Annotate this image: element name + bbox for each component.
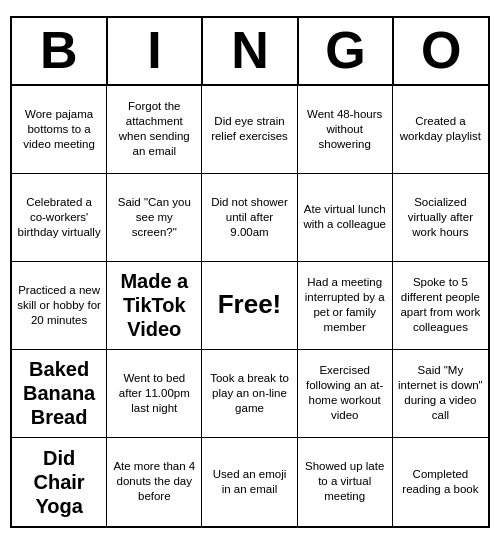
bingo-cell-21[interactable]: Ate more than 4 donuts the day before <box>107 438 202 526</box>
bingo-cell-23[interactable]: Showed up late to a virtual meeting <box>298 438 393 526</box>
header-letter-g: G <box>299 18 395 83</box>
header-letter-n: N <box>203 18 299 83</box>
bingo-cell-6[interactable]: Said "Can you see my screen?" <box>107 174 202 262</box>
bingo-cell-14[interactable]: Spoke to 5 different people apart from w… <box>393 262 488 350</box>
bingo-cell-5[interactable]: Celebrated a co-workers' birthday virtua… <box>12 174 107 262</box>
bingo-cell-24[interactable]: Completed reading a book <box>393 438 488 526</box>
bingo-cell-8[interactable]: Ate virtual lunch with a colleague <box>298 174 393 262</box>
bingo-cell-4[interactable]: Created a workday playlist <box>393 86 488 174</box>
bingo-cell-0[interactable]: Wore pajama bottoms to a video meeting <box>12 86 107 174</box>
bingo-cell-1[interactable]: Forgot the attachment when sending an em… <box>107 86 202 174</box>
header-letter-b: B <box>12 18 108 83</box>
bingo-cell-15[interactable]: Baked Banana Bread <box>12 350 107 438</box>
bingo-cell-20[interactable]: Did Chair Yoga <box>12 438 107 526</box>
bingo-cell-18[interactable]: Exercised following an at-home workout v… <box>298 350 393 438</box>
header-letter-o: O <box>394 18 488 83</box>
bingo-card: BINGO Wore pajama bottoms to a video mee… <box>10 16 490 527</box>
bingo-cell-3[interactable]: Went 48-hours without showering <box>298 86 393 174</box>
bingo-cell-11[interactable]: Made a TikTok Video <box>107 262 202 350</box>
bingo-cell-19[interactable]: Said "My internet is down" during a vide… <box>393 350 488 438</box>
bingo-cell-10[interactable]: Practiced a new skill or hobby for 20 mi… <box>12 262 107 350</box>
bingo-cell-12[interactable]: Free! <box>202 262 297 350</box>
bingo-cell-22[interactable]: Used an emoji in an email <box>202 438 297 526</box>
header-letter-i: I <box>108 18 204 83</box>
bingo-cell-9[interactable]: Socialized virtually after work hours <box>393 174 488 262</box>
bingo-cell-7[interactable]: Did not shower until after 9.00am <box>202 174 297 262</box>
bingo-cell-2[interactable]: Did eye strain relief exercises <box>202 86 297 174</box>
bingo-grid: Wore pajama bottoms to a video meetingFo… <box>12 86 488 526</box>
bingo-cell-17[interactable]: Took a break to play an on-line game <box>202 350 297 438</box>
bingo-header: BINGO <box>12 18 488 85</box>
bingo-cell-13[interactable]: Had a meeting interrupted by a pet or fa… <box>298 262 393 350</box>
bingo-cell-16[interactable]: Went to bed after 11.00pm last night <box>107 350 202 438</box>
